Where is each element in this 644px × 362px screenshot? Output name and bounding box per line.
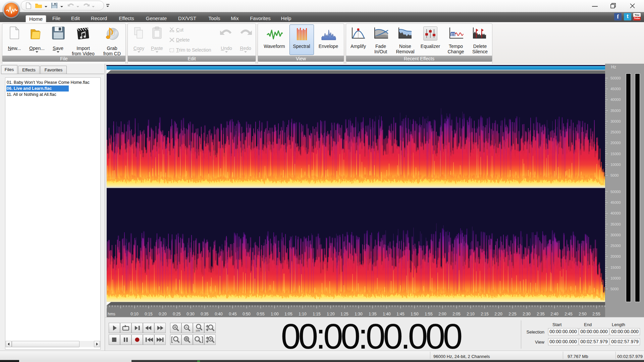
svg-text:1:50: 1:50 <box>411 312 419 316</box>
svg-text:1:10: 1:10 <box>299 312 307 316</box>
svg-text:1:55: 1:55 <box>425 312 433 316</box>
svg-text:35000: 35000 <box>610 109 621 113</box>
svg-text:0:45: 0:45 <box>229 312 237 316</box>
svg-text:1:35: 1:35 <box>369 312 377 316</box>
svg-text:45000: 45000 <box>610 87 621 91</box>
svg-text:35000: 35000 <box>610 222 621 226</box>
svg-text:1:45: 1:45 <box>396 312 405 316</box>
svg-text:1:15: 1:15 <box>313 312 321 316</box>
svg-text:20000: 20000 <box>610 141 621 145</box>
svg-text:2:10: 2:10 <box>467 312 475 316</box>
svg-text:5000: 5000 <box>610 287 619 291</box>
svg-text:10000: 10000 <box>610 163 621 167</box>
svg-text:15000: 15000 <box>610 265 621 269</box>
svg-text:0:50: 0:50 <box>243 312 251 316</box>
svg-text:2:30: 2:30 <box>523 312 531 316</box>
svg-text:25000: 25000 <box>610 130 621 134</box>
svg-text:1:40: 1:40 <box>383 312 391 316</box>
svg-text:50000: 50000 <box>610 76 621 80</box>
svg-text:0:55: 0:55 <box>257 312 265 316</box>
svg-text:Hz: Hz <box>611 65 616 69</box>
svg-text:2:00: 2:00 <box>438 312 446 316</box>
svg-text:25000: 25000 <box>610 244 621 248</box>
svg-text:0:10: 0:10 <box>130 312 139 316</box>
svg-text:hms: hms <box>108 312 115 316</box>
svg-text:2:05: 2:05 <box>452 312 461 316</box>
svg-text:40000: 40000 <box>610 98 621 102</box>
svg-text:100: 100 <box>196 329 200 332</box>
svg-text:50000: 50000 <box>610 190 621 194</box>
svg-text:40000: 40000 <box>610 211 621 215</box>
svg-text:20000: 20000 <box>610 254 621 258</box>
svg-text:0:40: 0:40 <box>215 312 223 316</box>
svg-text:1:05: 1:05 <box>284 312 292 316</box>
svg-text:0:25: 0:25 <box>173 312 181 316</box>
svg-text:2:20: 2:20 <box>494 312 502 316</box>
svg-text:2:45: 2:45 <box>565 312 573 316</box>
svg-text:2:25: 2:25 <box>508 312 517 316</box>
svg-text:1:30: 1:30 <box>355 312 363 316</box>
svg-text:0:20: 0:20 <box>159 312 167 316</box>
svg-text:2:55: 2:55 <box>592 312 600 316</box>
svg-text:1:20: 1:20 <box>327 312 335 316</box>
svg-text:0:15: 0:15 <box>145 312 153 316</box>
svg-text:1:00: 1:00 <box>271 312 279 316</box>
svg-text:5000: 5000 <box>610 173 619 177</box>
svg-text:0:35: 0:35 <box>201 312 209 316</box>
svg-text:1:25: 1:25 <box>340 312 348 316</box>
svg-text:30000: 30000 <box>610 119 621 123</box>
svg-text:15000: 15000 <box>610 152 621 156</box>
svg-text:10000: 10000 <box>610 276 621 280</box>
svg-text:2:35: 2:35 <box>537 312 545 316</box>
svg-text:2:15: 2:15 <box>481 312 489 316</box>
svg-text:2:50: 2:50 <box>579 312 587 316</box>
svg-text:45000: 45000 <box>610 200 621 204</box>
svg-text:30000: 30000 <box>610 233 621 237</box>
svg-text:0:30: 0:30 <box>186 312 195 316</box>
svg-text:2:40: 2:40 <box>550 312 558 316</box>
